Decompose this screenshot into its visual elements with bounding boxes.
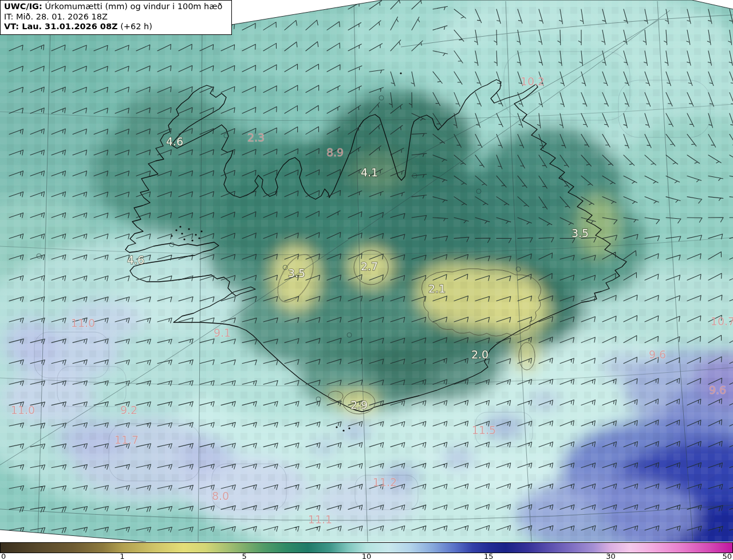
colorbar-tick-5: 5: [242, 553, 246, 560]
title-line-valid: VT: Lau. 31.01.2026 08Z (+62 h): [4, 22, 227, 32]
colorbar-ticks: 01510153050: [0, 553, 733, 560]
weather-chart-page: 4.64.13.54.63.52.72.12.02.910.22.38.911.…: [0, 0, 733, 560]
title-line-init: IT: Mið. 28. 01. 2026 18Z: [4, 12, 227, 22]
colorbar-tick-50: 50: [722, 553, 732, 560]
weather-map-canvas: 4.64.13.54.63.52.72.12.02.910.22.38.911.…: [0, 0, 733, 542]
colorbar-tick-1: 1: [120, 553, 124, 560]
pixel-texture: [0, 0, 733, 542]
colorbar-tick-0: 0: [1, 553, 6, 560]
map-area: 4.64.13.54.63.52.72.12.02.910.22.38.911.…: [0, 0, 733, 542]
colorbar-tick-10: 10: [362, 553, 372, 560]
product-description: Úrkomumætti (mm) og vindur i 100m hæð: [42, 2, 223, 11]
colorbar-tick-30: 30: [606, 553, 616, 560]
lead-time: (+62 h): [118, 22, 152, 31]
product-code: UWC/IG:: [4, 2, 42, 11]
colorbar-tick-15: 15: [484, 553, 494, 560]
title-line-product: UWC/IG: Úrkomumætti (mm) og vindur i 100…: [4, 2, 227, 12]
valid-time: VT: Lau. 31.01.2026 08Z: [4, 22, 118, 31]
title-box: UWC/IG: Úrkomumætti (mm) og vindur i 100…: [0, 0, 232, 35]
